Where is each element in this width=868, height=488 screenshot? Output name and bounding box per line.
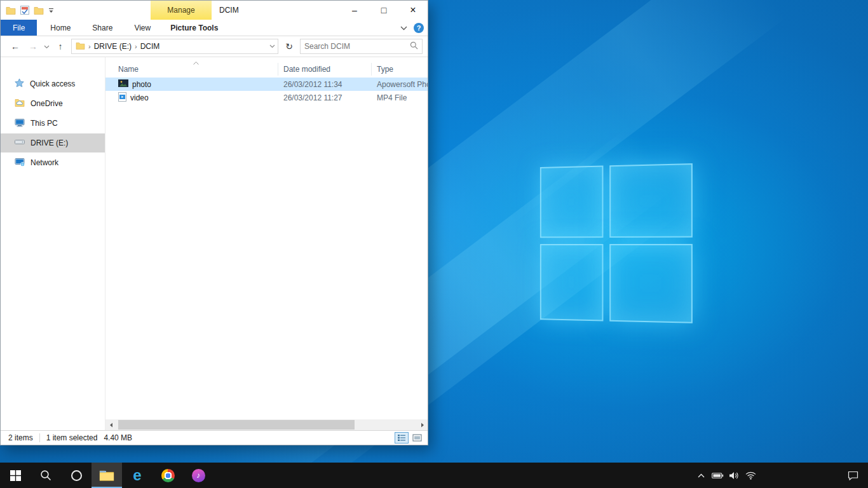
back-button[interactable]: ←: [8, 41, 22, 51]
sidebar-item-quick-access[interactable]: Quick access: [1, 74, 105, 93]
chrome-icon: [161, 469, 175, 482]
sidebar-item-label: Network: [31, 158, 58, 167]
onedrive-folder-icon: [15, 98, 25, 109]
windows-logo: [540, 163, 698, 329]
selection-size: 4.40 MB: [104, 433, 132, 442]
scroll-right-arrow-icon[interactable]: [417, 419, 428, 430]
properties-icon[interactable]: [20, 6, 29, 15]
action-center-button[interactable]: [840, 463, 865, 488]
battery-icon[interactable]: [709, 463, 726, 488]
tab-file[interactable]: File: [1, 20, 37, 36]
column-header-date-modified[interactable]: Date modified: [278, 63, 372, 76]
caption-buttons: – □ ×: [340, 1, 428, 20]
music-note-glyph: ♪: [196, 471, 200, 480]
wifi-icon[interactable]: [742, 463, 759, 488]
file-date-modified: 26/03/2012 11:27: [278, 93, 372, 102]
expand-ribbon-chevron-icon[interactable]: [400, 24, 407, 32]
explorer-window: Manage DCIM – □ × File Home Share View P…: [0, 0, 428, 445]
scrollbar-track[interactable]: [116, 419, 417, 430]
sidebar-item-label: DRIVE (E:): [31, 139, 68, 147]
address-bar-row: ← → ↑ › DRIVE (E:) › DCIM ↻: [1, 36, 428, 57]
file-row-video[interactable]: video 26/03/2012 11:27 MP4 File: [105, 91, 428, 104]
help-button[interactable]: ?: [414, 23, 424, 33]
close-button[interactable]: ×: [398, 1, 428, 20]
search-input[interactable]: [304, 42, 410, 51]
sidebar-item-onedrive[interactable]: OneDrive: [1, 94, 105, 113]
file-type: MP4 File: [372, 93, 428, 102]
customize-toolbar-chevron-icon[interactable]: [48, 8, 54, 13]
windows-logo-pane: [609, 163, 693, 238]
cortana-circle-icon: [71, 470, 82, 481]
recent-locations-chevron-icon[interactable]: [44, 42, 50, 51]
video-file-icon: [118, 92, 126, 104]
window-title: DCIM: [219, 1, 239, 20]
breadcrumb-drive[interactable]: DRIVE (E:): [94, 42, 132, 51]
refresh-button[interactable]: ↻: [282, 41, 296, 51]
view-toggles: [395, 432, 424, 444]
up-button[interactable]: ↑: [53, 41, 67, 51]
new-folder-icon[interactable]: [34, 6, 44, 15]
system-tray: [693, 463, 868, 488]
tab-share[interactable]: Share: [81, 20, 123, 36]
window-body: Quick access OneDrive This PC DRIVE (E:): [1, 57, 428, 430]
start-button[interactable]: [0, 463, 31, 488]
network-icon: [15, 158, 25, 168]
maximize-button[interactable]: □: [369, 1, 398, 20]
status-divider: [39, 433, 40, 442]
breadcrumb-separator-icon: ›: [135, 43, 137, 50]
address-dropdown-chevron-icon[interactable]: [269, 44, 275, 48]
itunes-button[interactable]: ♪: [183, 463, 214, 488]
sidebar-item-this-pc[interactable]: This PC: [1, 114, 105, 133]
navigation-pane: Quick access OneDrive This PC DRIVE (E:): [1, 57, 105, 430]
scrollbar-thumb[interactable]: [118, 420, 355, 430]
file-name: video: [130, 93, 149, 102]
file-explorer-icon: [99, 470, 114, 482]
sort-ascending-icon[interactable]: [193, 58, 199, 67]
taskbar-file-explorer-button[interactable]: [92, 463, 122, 488]
quick-access-toolbar: [1, 6, 54, 15]
drive-icon: [15, 139, 25, 147]
edge-button[interactable]: e: [122, 463, 153, 488]
sidebar-item-network[interactable]: Network: [1, 153, 105, 172]
itunes-icon: ♪: [192, 469, 205, 482]
cortana-button[interactable]: [61, 463, 92, 488]
chrome-button[interactable]: [153, 463, 183, 488]
minimize-button[interactable]: –: [340, 1, 369, 20]
tab-home[interactable]: Home: [39, 20, 81, 36]
manage-group-label: Manage: [151, 1, 212, 20]
photo-thumbnail-icon: [118, 79, 128, 89]
volume-icon[interactable]: [726, 463, 742, 488]
windows-logo-pane: [609, 244, 693, 323]
sidebar-item-label: OneDrive: [31, 99, 63, 108]
location-folder-icon: [76, 42, 85, 51]
file-name: photo: [132, 80, 151, 89]
edge-icon: e: [133, 468, 141, 483]
file-date-modified: 26/03/2012 11:34: [278, 80, 372, 89]
column-header-type[interactable]: Type: [372, 63, 428, 76]
show-hidden-icons-button[interactable]: [693, 463, 709, 488]
taskbar-search-button[interactable]: [31, 463, 61, 488]
address-bar[interactable]: › DRIVE (E:) › DCIM: [71, 39, 278, 54]
horizontal-scrollbar[interactable]: [105, 419, 428, 430]
scroll-left-arrow-icon[interactable]: [105, 419, 116, 430]
folder-icon[interactable]: [6, 6, 16, 15]
column-header-name[interactable]: Name: [105, 63, 278, 76]
details-view-button[interactable]: [395, 432, 409, 444]
title-bar: Manage DCIM – □ ×: [1, 1, 428, 20]
file-list-pane: Name Date modified Type photo 26/03/2012…: [105, 57, 428, 430]
sidebar-item-drive-e[interactable]: DRIVE (E:): [1, 133, 105, 152]
large-icons-view-button[interactable]: [410, 432, 424, 444]
star-icon: [15, 78, 24, 90]
forward-button[interactable]: →: [26, 41, 40, 51]
windows-logo-pane: [540, 166, 604, 238]
search-icon[interactable]: [410, 41, 418, 51]
tab-view[interactable]: View: [123, 20, 161, 36]
column-headers: Name Date modified Type: [105, 61, 428, 78]
tab-picture-tools[interactable]: Picture Tools: [163, 20, 226, 36]
file-row-photo[interactable]: photo 26/03/2012 11:34 Apowersoft Photo: [105, 78, 428, 91]
breadcrumb-dcim[interactable]: DCIM: [140, 42, 160, 51]
ribbon-tabs: File Home Share View Picture Tools ?: [1, 20, 428, 36]
sidebar-item-label: Quick access: [30, 79, 75, 88]
selection-count: 1 item selected: [46, 433, 98, 442]
search-box: [300, 39, 423, 54]
